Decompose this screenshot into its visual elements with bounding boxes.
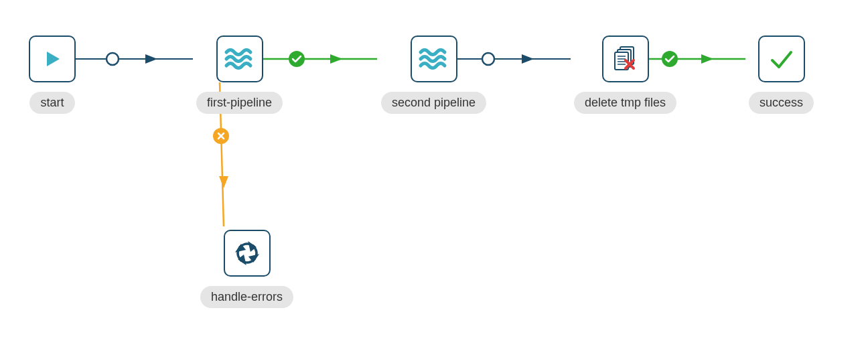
node-success-box <box>758 35 805 82</box>
retry-icon <box>232 238 263 269</box>
node-first-pipeline-label: first-pipeline <box>196 92 283 114</box>
play-icon <box>41 48 64 70</box>
node-success-label: success <box>749 92 814 114</box>
check-icon <box>767 44 796 74</box>
svg-marker-15 <box>47 52 60 66</box>
node-second-pipeline-label: second pipeline <box>381 92 486 114</box>
node-delete-tmp-label: delete tmp files <box>574 92 676 114</box>
waves-icon <box>418 46 450 72</box>
svg-marker-2 <box>145 54 157 64</box>
svg-marker-8 <box>522 54 534 64</box>
node-start-box <box>29 35 76 82</box>
node-start-label: start <box>29 92 74 114</box>
svg-marker-25 <box>238 246 244 251</box>
svg-point-1 <box>106 53 119 65</box>
waves-icon <box>224 46 256 72</box>
node-first-pipeline[interactable]: first-pipeline <box>196 35 283 114</box>
node-handle-errors-box <box>224 230 271 277</box>
node-second-pipeline-box <box>411 35 457 82</box>
node-delete-tmp-box <box>602 35 649 82</box>
node-first-pipeline-box <box>216 35 263 82</box>
workflow-canvas: start first-pipeline second pipeline <box>0 0 868 357</box>
svg-point-4 <box>289 51 305 67</box>
edge-start-to-first <box>76 52 196 66</box>
delete-files-icon <box>609 43 642 75</box>
node-start[interactable]: start <box>29 35 76 114</box>
node-delete-tmp[interactable]: delete tmp files <box>574 35 676 114</box>
node-handle-errors-label: handle-errors <box>200 286 293 308</box>
svg-marker-14 <box>219 176 228 188</box>
svg-marker-11 <box>701 54 713 64</box>
svg-marker-26 <box>250 256 257 261</box>
node-success[interactable]: success <box>749 35 814 114</box>
node-handle-errors[interactable]: handle-errors <box>200 230 293 308</box>
svg-marker-5 <box>330 54 342 64</box>
node-second-pipeline[interactable]: second pipeline <box>381 35 486 114</box>
